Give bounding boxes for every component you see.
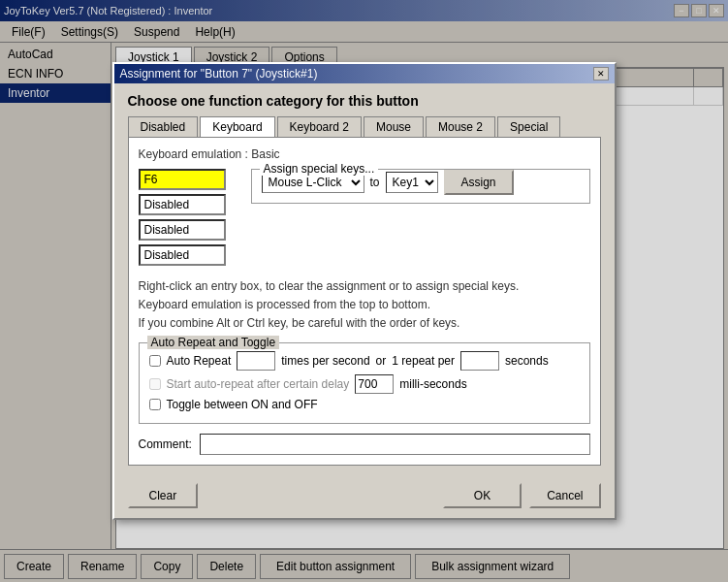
keyboard-panel: Keyboard emulation : Basic Assign specia… xyxy=(128,137,601,467)
auto-repeat-section: Auto Repeat and Toggle Auto Repeat times… xyxy=(139,342,590,424)
special-keys-label: Assign special keys... xyxy=(260,162,379,176)
auto-repeat-label: Auto Repeat xyxy=(167,354,232,368)
key-entry-3[interactable] xyxy=(139,219,226,241)
key-entry-2[interactable] xyxy=(139,194,226,215)
key-entry-4[interactable] xyxy=(139,244,226,266)
modal-footer: Clear OK Cancel xyxy=(114,475,615,518)
or-label: or xyxy=(376,354,387,368)
auto-repeat-checkbox[interactable] xyxy=(149,355,161,367)
seconds-input[interactable] xyxy=(460,351,499,371)
modal-tab-bar: Disabled Keyboard Keyboard 2 Mouse Mouse… xyxy=(128,116,601,137)
modal-title: Assignment for "Button 7" (Joystick#1) xyxy=(120,67,318,81)
special-keys-group: Assign special keys... Mouse L-Click Mou… xyxy=(251,169,590,204)
milli-input[interactable] xyxy=(355,374,394,394)
times-label: times per second xyxy=(281,354,369,368)
start-delay-label: Start auto-repeat after certain delay xyxy=(167,377,350,391)
key-entries xyxy=(139,169,226,266)
modal-tab-mouse[interactable]: Mouse xyxy=(364,116,424,137)
panel-label: Keyboard emulation : Basic xyxy=(139,147,590,161)
toggle-checkbox[interactable] xyxy=(149,399,161,410)
clear-button[interactable]: Clear xyxy=(128,483,199,508)
milli-label: milli-seconds xyxy=(399,377,466,391)
seconds-label: seconds xyxy=(505,354,549,368)
assign-button[interactable]: Assign xyxy=(444,170,514,195)
ok-button[interactable]: OK xyxy=(443,483,522,508)
modal-tab-special[interactable]: Special xyxy=(497,116,560,137)
modal-title-bar: Assignment for "Button 7" (Joystick#1) ✕ xyxy=(114,64,615,83)
key-entry-1[interactable] xyxy=(139,169,226,190)
toggle-row: Toggle between ON and OFF xyxy=(149,398,580,411)
start-delay-checkbox[interactable] xyxy=(149,378,161,390)
repeat-label: 1 repeat per xyxy=(392,354,455,368)
entries-and-special: Assign special keys... Mouse L-Click Mou… xyxy=(139,169,590,266)
info-line-2: Keyboard emulation is processed from the… xyxy=(139,296,590,314)
start-delay-row: Start auto-repeat after certain delay mi… xyxy=(149,374,580,394)
info-line-3: If you combine Alt or Ctrl key, be caref… xyxy=(139,314,590,333)
modal-close-button[interactable]: ✕ xyxy=(593,67,609,81)
toggle-label: Toggle between ON and OFF xyxy=(167,398,318,411)
modal-body: Choose one function category for this bu… xyxy=(114,83,615,476)
modal-tab-disabled[interactable]: Disabled xyxy=(128,116,199,137)
info-text: Right-click an entry box, to clear the a… xyxy=(139,277,590,334)
modal-tab-keyboard2[interactable]: Keyboard 2 xyxy=(277,116,362,137)
comment-label: Comment: xyxy=(139,437,192,451)
to-label: to xyxy=(370,176,380,189)
auto-repeat-row: Auto Repeat times per second or 1 repeat… xyxy=(149,351,580,371)
dest-select[interactable]: Key1 Key2 Key3 Key4 xyxy=(386,172,438,193)
assignment-modal: Assignment for "Button 7" (Joystick#1) ✕… xyxy=(112,62,617,521)
comment-row: Comment: xyxy=(139,434,590,455)
comment-input[interactable] xyxy=(200,434,590,455)
modal-tab-keyboard[interactable]: Keyboard xyxy=(200,116,274,137)
modal-overlay: Assignment for "Button 7" (Joystick#1) ✕… xyxy=(0,0,728,582)
cancel-button[interactable]: Cancel xyxy=(529,483,600,508)
modal-heading: Choose one function category for this bu… xyxy=(128,93,601,109)
info-line-1: Right-click an entry box, to clear the a… xyxy=(139,277,590,296)
times-input[interactable] xyxy=(237,351,275,371)
modal-tab-mouse2[interactable]: Mouse 2 xyxy=(426,116,495,137)
section-legend: Auto Repeat and Toggle xyxy=(147,336,280,349)
